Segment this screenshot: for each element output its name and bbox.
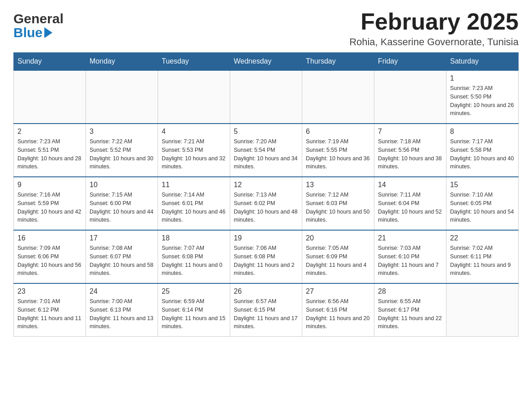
sunset-text: Sunset: 6:09 PM: [306, 253, 370, 261]
calendar-day-cell: 21Sunrise: 7:03 AMSunset: 6:10 PMDayligh…: [374, 230, 446, 283]
calendar-day-cell: 6Sunrise: 7:19 AMSunset: 5:55 PMDaylight…: [302, 124, 374, 177]
day-of-week-header: Monday: [86, 53, 158, 71]
logo-general-text: General: [13, 11, 64, 26]
daylight-text: Daylight: 11 hours and 4 minutes.: [306, 261, 370, 278]
sunset-text: Sunset: 5:56 PM: [378, 146, 442, 154]
calendar-day-cell: 12Sunrise: 7:13 AMSunset: 6:02 PMDayligh…: [230, 177, 302, 230]
sunset-text: Sunset: 5:53 PM: [162, 146, 226, 154]
daylight-text: Daylight: 10 hours and 26 minutes.: [450, 101, 515, 118]
sunset-text: Sunset: 5:58 PM: [450, 146, 515, 154]
sunrise-text: Sunrise: 7:14 AM: [162, 191, 226, 199]
day-info: Sunrise: 7:23 AMSunset: 5:51 PMDaylight:…: [17, 137, 82, 171]
sunrise-text: Sunrise: 7:00 AM: [90, 297, 154, 306]
daylight-text: Daylight: 10 hours and 52 minutes.: [378, 208, 442, 225]
calendar-day-cell: 18Sunrise: 7:07 AMSunset: 6:08 PMDayligh…: [158, 230, 230, 283]
sunset-text: Sunset: 6:15 PM: [234, 306, 298, 314]
daylight-text: Daylight: 10 hours and 38 minutes.: [378, 154, 442, 171]
day-number: 6: [306, 128, 370, 136]
sunset-text: Sunset: 6:02 PM: [234, 199, 298, 208]
sunrise-text: Sunrise: 7:09 AM: [17, 244, 82, 253]
day-of-week-header: Saturday: [446, 53, 519, 71]
calendar-day-cell: [374, 70, 446, 124]
sunrise-text: Sunrise: 7:05 AM: [306, 244, 370, 253]
calendar-day-cell: 1Sunrise: 7:23 AMSunset: 5:50 PMDaylight…: [446, 70, 519, 124]
day-number: 25: [162, 287, 226, 295]
sunset-text: Sunset: 6:08 PM: [234, 253, 298, 261]
sunset-text: Sunset: 6:17 PM: [378, 306, 442, 314]
sunrise-text: Sunrise: 6:55 AM: [378, 297, 442, 306]
sunrise-text: Sunrise: 7:17 AM: [450, 137, 515, 146]
day-info: Sunrise: 7:22 AMSunset: 5:52 PMDaylight:…: [90, 137, 154, 171]
day-info: Sunrise: 7:02 AMSunset: 6:11 PMDaylight:…: [450, 244, 515, 278]
daylight-text: Daylight: 10 hours and 42 minutes.: [17, 208, 82, 225]
day-number: 12: [234, 181, 298, 189]
day-number: 20: [306, 234, 370, 242]
sunset-text: Sunset: 6:11 PM: [450, 253, 515, 261]
sunset-text: Sunset: 5:59 PM: [17, 199, 82, 208]
calendar-day-cell: [158, 70, 230, 124]
calendar-day-cell: 10Sunrise: 7:15 AMSunset: 6:00 PMDayligh…: [86, 177, 158, 230]
month-title: February 2025: [349, 9, 519, 34]
calendar-day-cell: 7Sunrise: 7:18 AMSunset: 5:56 PMDaylight…: [374, 124, 446, 177]
day-of-week-header: Wednesday: [230, 53, 302, 71]
calendar-day-cell: 17Sunrise: 7:08 AMSunset: 6:07 PMDayligh…: [86, 230, 158, 283]
daylight-text: Daylight: 11 hours and 2 minutes.: [234, 261, 298, 278]
daylight-text: Daylight: 10 hours and 44 minutes.: [90, 208, 154, 225]
day-number: 5: [234, 128, 298, 136]
daylight-text: Daylight: 10 hours and 32 minutes.: [162, 154, 226, 171]
day-number: 10: [90, 181, 154, 189]
day-number: 27: [306, 287, 370, 295]
calendar-day-cell: 26Sunrise: 6:57 AMSunset: 6:15 PMDayligh…: [230, 283, 302, 337]
sunrise-text: Sunrise: 7:21 AM: [162, 137, 226, 146]
sunset-text: Sunset: 5:51 PM: [17, 146, 82, 154]
day-number: 21: [378, 234, 442, 242]
calendar-day-cell: 5Sunrise: 7:20 AMSunset: 5:54 PMDaylight…: [230, 124, 302, 177]
day-info: Sunrise: 6:55 AMSunset: 6:17 PMDaylight:…: [378, 297, 442, 331]
day-number: 17: [90, 234, 154, 242]
sunset-text: Sunset: 5:54 PM: [234, 146, 298, 154]
day-info: Sunrise: 7:17 AMSunset: 5:58 PMDaylight:…: [450, 137, 515, 171]
day-info: Sunrise: 7:00 AMSunset: 6:13 PMDaylight:…: [90, 297, 154, 331]
day-number: 18: [162, 234, 226, 242]
sunset-text: Sunset: 5:55 PM: [306, 146, 370, 154]
day-of-week-header: Sunday: [14, 53, 86, 71]
day-info: Sunrise: 7:01 AMSunset: 6:12 PMDaylight:…: [17, 297, 82, 331]
sunrise-text: Sunrise: 6:59 AM: [162, 297, 226, 306]
sunrise-text: Sunrise: 7:23 AM: [450, 84, 515, 93]
day-number: 28: [378, 287, 442, 295]
day-number: 13: [306, 181, 370, 189]
logo-arrow-icon: [44, 27, 52, 38]
calendar-day-cell: 25Sunrise: 6:59 AMSunset: 6:14 PMDayligh…: [158, 283, 230, 337]
calendar-day-cell: [14, 70, 86, 124]
sunset-text: Sunset: 6:01 PM: [162, 199, 226, 208]
sunrise-text: Sunrise: 6:57 AM: [234, 297, 298, 306]
sunset-text: Sunset: 6:16 PM: [306, 306, 370, 314]
calendar-day-cell: [86, 70, 158, 124]
calendar-table: SundayMondayTuesdayWednesdayThursdayFrid…: [13, 52, 519, 337]
daylight-text: Daylight: 10 hours and 36 minutes.: [306, 154, 370, 171]
calendar-week-row: 2Sunrise: 7:23 AMSunset: 5:51 PMDaylight…: [14, 124, 519, 177]
daylight-text: Daylight: 11 hours and 9 minutes.: [450, 261, 515, 278]
sunrise-text: Sunrise: 7:11 AM: [378, 191, 442, 199]
day-info: Sunrise: 6:59 AMSunset: 6:14 PMDaylight:…: [162, 297, 226, 331]
calendar-day-cell: 8Sunrise: 7:17 AMSunset: 5:58 PMDaylight…: [446, 124, 519, 177]
day-number: 8: [450, 128, 515, 136]
day-number: 16: [17, 234, 82, 242]
sunrise-text: Sunrise: 7:02 AM: [450, 244, 515, 253]
day-number: 19: [234, 234, 298, 242]
daylight-text: Daylight: 10 hours and 30 minutes.: [90, 154, 154, 171]
calendar-week-row: 9Sunrise: 7:16 AMSunset: 5:59 PMDaylight…: [14, 177, 519, 230]
day-number: 9: [17, 181, 82, 189]
calendar-header-row: SundayMondayTuesdayWednesdayThursdayFrid…: [14, 53, 519, 71]
day-number: 11: [162, 181, 226, 189]
sunrise-text: Sunrise: 7:01 AM: [17, 297, 82, 306]
calendar-day-cell: 28Sunrise: 6:55 AMSunset: 6:17 PMDayligh…: [374, 283, 446, 337]
sunrise-text: Sunrise: 7:16 AM: [17, 191, 82, 199]
sunrise-text: Sunrise: 7:07 AM: [162, 244, 226, 253]
logo-blue-text: Blue: [13, 26, 43, 39]
calendar-day-cell: 14Sunrise: 7:11 AMSunset: 6:04 PMDayligh…: [374, 177, 446, 230]
calendar-day-cell: 24Sunrise: 7:00 AMSunset: 6:13 PMDayligh…: [86, 283, 158, 337]
daylight-text: Daylight: 10 hours and 40 minutes.: [450, 154, 515, 171]
day-info: Sunrise: 7:08 AMSunset: 6:07 PMDaylight:…: [90, 244, 154, 278]
day-number: 23: [17, 287, 82, 295]
